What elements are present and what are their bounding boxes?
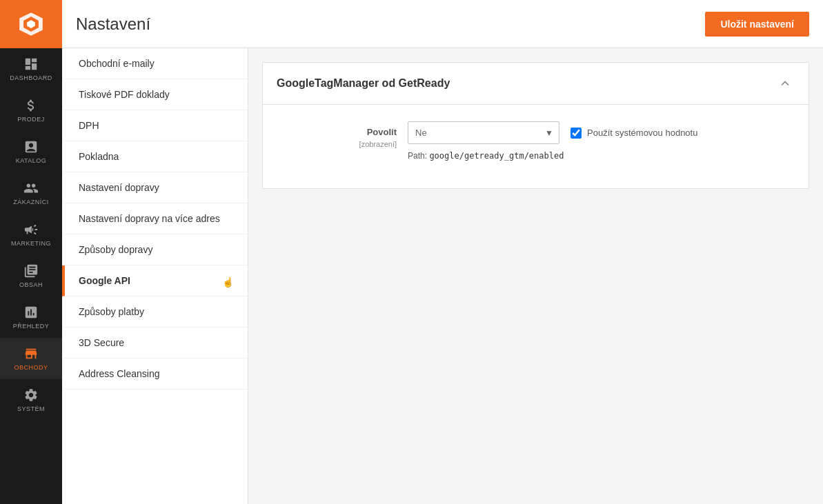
sidebar-label-prehled: PŘEHLEDY (13, 323, 50, 330)
sidebar-label-katalog: KATALOG (16, 157, 47, 164)
field-sublabel-povolit: [zobrazení] (359, 140, 397, 148)
sidebar-item-3d-secure[interactable]: 3D Secure (62, 327, 248, 359)
sidebar-label-system: SYSTÉM (17, 405, 45, 412)
sidebar-item-nastaveni-dopravy[interactable]: Nastavení dopravy (62, 172, 248, 203)
form-label-group-povolit: Povolit [zobrazení] (284, 121, 408, 150)
sidebar-item-dph[interactable]: DPH (62, 110, 248, 141)
section-title: GoogleTagManager od GetReady (277, 77, 450, 90)
select-wrapper-povolit: Ne Ano ▼ (408, 121, 559, 144)
page-title: Nastavení (76, 14, 150, 34)
content-area: Obchodní e-maily Tiskové PDF doklady DPH… (62, 48, 823, 504)
sidebar-item-pokladna[interactable]: Pokladna (62, 141, 248, 172)
section-toggle-button[interactable] (775, 74, 795, 93)
section-card-gtm: GoogleTagManager od GetReady Povolit [zo… (262, 62, 809, 189)
sidebar-item-google-api[interactable]: Google API ☝ (62, 265, 248, 296)
field-path: Path: google/getready_gtm/enabled (408, 151, 697, 161)
header: Nastavení Uložit nastavení (62, 0, 823, 48)
chevron-down-icon: ▼ (539, 128, 559, 138)
sidebar-label-marketing: MARKETING (11, 240, 51, 247)
section-header: GoogleTagManager od GetReady (263, 63, 809, 105)
sidebar-item-zpusoby-platby[interactable]: Způsoby platby (62, 296, 248, 327)
checkbox-group-system: Použít systémovou hodnotu (571, 128, 697, 139)
select-povolit[interactable]: Ne Ano (408, 122, 539, 143)
sidebar-item-zpusoby-dopravy[interactable]: Způsoby dopravy (62, 234, 248, 265)
save-button[interactable]: Uložit nastavení (705, 12, 809, 37)
sidebar-label-prodej: PRODEJ (17, 116, 45, 123)
sidebar-item-prehled[interactable]: PŘEHLEDY (0, 296, 62, 338)
chevron-up-icon (778, 77, 792, 90)
sidebar-item-dashboard[interactable]: DASHBOARD (0, 48, 62, 90)
form-row-povolit: Povolit [zobrazení] Ne Ano ▼ (284, 121, 788, 161)
system-value-checkbox[interactable] (571, 128, 582, 139)
sidebar-item-zakaznici[interactable]: ZÁKAZNÍCI (0, 172, 62, 214)
sidebar-item-obchodni-emaily[interactable]: Obchodní e-maily (62, 48, 248, 79)
main-wrapper: Nastavení Uložit nastavení Obchodní e-ma… (62, 0, 823, 504)
sidebar-item-prodej[interactable]: PRODEJ (0, 90, 62, 131)
main-sidebar: DASHBOARD PRODEJ KATALOG ZÁKAZNÍCI MARKE… (0, 0, 62, 504)
sidebar-label-zakaznici: ZÁKAZNÍCI (13, 199, 49, 205)
sidebar-item-marketing[interactable]: MARKETING (0, 214, 62, 255)
sidebar-label-obchody: OBCHODY (14, 364, 48, 371)
sidebar-item-obchody[interactable]: OBCHODY (0, 338, 62, 379)
sidebar-item-katalog[interactable]: KATALOG (0, 131, 62, 172)
sidebar-item-obsah[interactable]: OBSAH (0, 255, 62, 296)
logo[interactable] (0, 0, 62, 48)
form-controls-povolit: Ne Ano ▼ Použít systémovou hodnotu (408, 121, 697, 161)
field-path-value: google/getready_gtm/enabled (429, 151, 564, 161)
sidebar-label-obsah: OBSAH (19, 281, 43, 288)
sidebar-item-nastaveni-dopravy-vice[interactable]: Nastavení dopravy na více adres (62, 203, 248, 234)
sidebar-label-dashboard: DASHBOARD (10, 74, 52, 81)
section-body: Povolit [zobrazení] Ne Ano ▼ (263, 105, 809, 188)
field-label-povolit: Povolit (284, 127, 397, 137)
sidebar-item-tiskove-pdf[interactable]: Tiskové PDF doklady (62, 79, 248, 110)
sidebar-item-system[interactable]: SYSTÉM (0, 379, 62, 421)
sidebar-item-address-cleansing[interactable]: Address Cleansing (62, 359, 248, 390)
secondary-sidebar: Obchodní e-maily Tiskové PDF doklady DPH… (62, 48, 248, 504)
main-panel: GoogleTagManager od GetReady Povolit [zo… (248, 48, 823, 504)
system-value-label[interactable]: Použít systémovou hodnotu (587, 128, 697, 138)
